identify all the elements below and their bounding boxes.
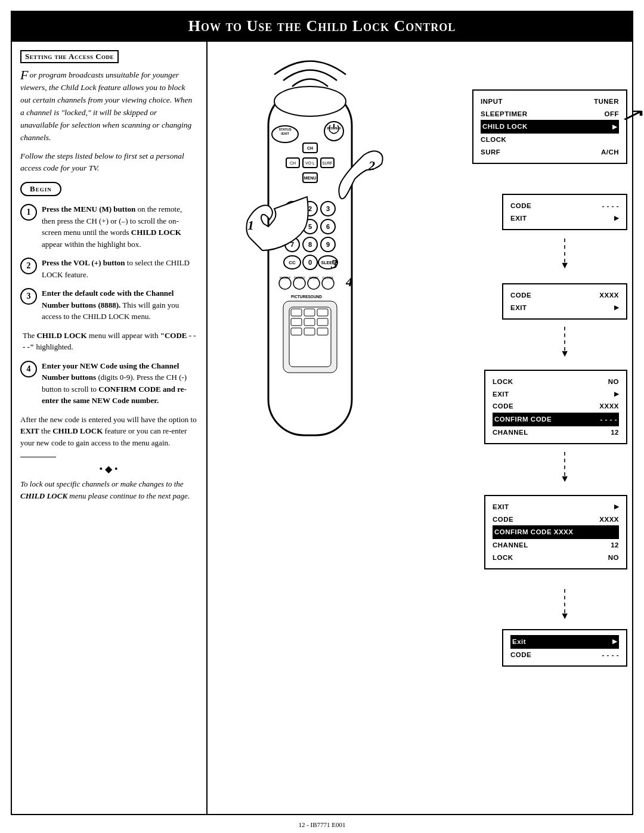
- dot-connector-3: [564, 452, 565, 476]
- intro-text2: Follow the steps listed below to first s…: [20, 150, 197, 175]
- step-4: 4 Enter your NEW Code using the Channel …: [20, 360, 197, 407]
- screen6-code-row: CODE - - - -: [510, 649, 619, 661]
- step-num-4: 4: [20, 361, 37, 377]
- step-num-1: 1: [20, 204, 37, 221]
- screen-1: INPUT TUNER SLEEPTIMER OFF CHILD LOCK ▶ …: [472, 89, 627, 164]
- svg-rect-54: [317, 309, 328, 316]
- screen1-childlock-arrow: ▶: [612, 122, 618, 132]
- svg-rect-52: [291, 309, 302, 316]
- screen5-lock-value: NO: [608, 552, 619, 564]
- screen1-input-row: INPUT TUNER: [481, 95, 619, 108]
- right-area: STATUS /EXIT POWER CH VO L MENU CH: [197, 42, 633, 815]
- screen1-input-label: INPUT: [481, 95, 503, 108]
- screen2-code-row: CODE - - - -: [510, 200, 619, 212]
- screen5-exit-label: EXIT: [493, 501, 509, 513]
- intro-text: For program broadcasts unsuitable for yo…: [20, 69, 197, 144]
- screen4-exit-label: EXIT: [493, 388, 509, 401]
- screen4-lock-value: NO: [608, 376, 619, 388]
- svg-rect-55: [291, 318, 302, 326]
- dot-connector-1: [564, 239, 565, 262]
- svg-text:4: 4: [345, 274, 352, 289]
- step-2: 2 Press the VOL (+) button to select the…: [20, 257, 197, 280]
- divider: [20, 457, 56, 457]
- svg-rect-59: [304, 328, 315, 335]
- screen4-channel-row: CHANNEL 12: [493, 426, 619, 439]
- screen1-sleeptimer-row: SLEEPTIMER OFF: [481, 108, 619, 120]
- screen5-confirmcode-label: CONFIRM CODE XXXX: [494, 526, 573, 538]
- screen5-exit-row: EXIT ▶: [493, 501, 619, 513]
- screen5-channel-value: 12: [611, 539, 619, 552]
- screen6-exit-arrow: ▶: [612, 636, 618, 647]
- decorative-dots: • ◆ •: [20, 463, 197, 475]
- down-arrow-1: ▼: [560, 260, 569, 271]
- svg-text:5: 5: [308, 223, 312, 230]
- footer-italic-text: To lock out specific channels or make ch…: [20, 478, 197, 501]
- svg-text:3: 3: [326, 205, 330, 212]
- svg-rect-60: [317, 328, 328, 335]
- screen4-exit-row: EXIT ▶: [493, 388, 619, 401]
- svg-text:/EXIT: /EXIT: [281, 132, 289, 135]
- screen1-input-value: TUNER: [594, 95, 619, 108]
- screen4-code-row: CODE XXXX: [493, 400, 619, 413]
- screen3-code-row: CODE XXXX: [510, 289, 619, 302]
- footer-text: 12 - IB7771 E001: [298, 821, 345, 828]
- screen1-sleeptimer-label: SLEEPTIMER: [481, 108, 527, 120]
- svg-text:STATUS: STATUS: [278, 128, 292, 131]
- screen3-exit-label: EXIT: [510, 302, 527, 314]
- down-arrow-3: ▼: [560, 473, 569, 484]
- svg-text:0: 0: [308, 259, 312, 266]
- step-1: 1 Press the MENU (M) button on the remot…: [20, 203, 197, 250]
- screen1-clock-row: CLOCK: [481, 134, 619, 146]
- begin-button: Begin: [20, 182, 61, 196]
- svg-rect-57: [317, 318, 328, 326]
- svg-text:6: 6: [326, 223, 330, 230]
- screen6-exit-label: Exit: [512, 636, 526, 648]
- screen3-code-value: XXXX: [599, 289, 619, 302]
- down-arrow-4: ▼: [560, 611, 569, 621]
- screen6-code-value: - - - -: [602, 649, 619, 661]
- screen-5: EXIT ▶ CODE XXXX CONFIRM CODE XXXX CHANN…: [484, 495, 627, 569]
- down-arrow-2: ▼: [560, 348, 569, 359]
- screen5-confirmcode-row: CONFIRM CODE XXXX: [493, 525, 619, 539]
- svg-text:PICTURESOUND: PICTURESOUND: [291, 295, 322, 299]
- step-3b-text: The CHILD LOCK menu will appear with "CO…: [23, 330, 197, 353]
- svg-text:CC: CC: [289, 260, 296, 265]
- screen4-confirmcode-label: CONFIRM CODE: [494, 413, 552, 426]
- screen-6: Exit ▶ CODE - - - -: [502, 629, 627, 667]
- screen2-exit-row: EXIT ▶: [510, 212, 619, 225]
- screen5-code-value: XXXX: [599, 513, 619, 526]
- svg-text:1: 1: [247, 218, 254, 233]
- svg-text:2: 2: [368, 158, 375, 173]
- step-num-2: 2: [20, 258, 37, 274]
- step-3-content: Enter the default code with the Channel …: [42, 287, 197, 323]
- svg-text:VO L: VO L: [305, 161, 315, 165]
- svg-text:MENU: MENU: [304, 176, 317, 180]
- svg-text:CH: CH: [290, 161, 296, 165]
- svg-text:2: 2: [308, 205, 312, 212]
- step-1-content: Press the MENU (M) button on the remote,…: [42, 203, 197, 250]
- screen4-lock-label: LOCK: [493, 376, 513, 388]
- screen-4: LOCK NO EXIT ▶ CODE XXXX CONFIRM CODE - …: [484, 370, 627, 444]
- dot-connector-4: [564, 589, 565, 613]
- screen1-clock-label: CLOCK: [481, 134, 506, 146]
- screen1-surf-row: SURF A/CH: [481, 146, 619, 159]
- svg-text:CLOCK: CLOCK: [323, 276, 334, 280]
- after-step4-text: After the new code is entered you will h…: [20, 414, 197, 449]
- screen5-code-row: CODE XXXX: [493, 513, 619, 526]
- screen4-lock-row: LOCK NO: [493, 376, 619, 388]
- screen3-exit-arrow: ▶: [614, 302, 620, 313]
- screen-2: CODE - - - - EXIT ▶: [502, 194, 627, 230]
- screen4-channel-label: CHANNEL: [493, 426, 528, 439]
- svg-text:3: 3: [330, 256, 338, 271]
- screen3-code-label: CODE: [510, 289, 531, 302]
- screen5-channel-label: CHANNEL: [493, 539, 528, 552]
- screen-3: CODE XXXX EXIT ▶: [502, 283, 627, 320]
- screen1-surf-value: A/CH: [601, 146, 619, 159]
- svg-text:9: 9: [326, 241, 330, 248]
- svg-rect-53: [304, 309, 315, 316]
- step-4-content: Enter your NEW Code using the Channel Nu…: [42, 360, 197, 407]
- screen1-childlock-row: CHILD LOCK ▶: [481, 120, 619, 134]
- svg-point-1: [274, 86, 346, 116]
- screen4-code-label: CODE: [493, 400, 513, 413]
- screen6-exit-row: Exit ▶: [510, 635, 619, 649]
